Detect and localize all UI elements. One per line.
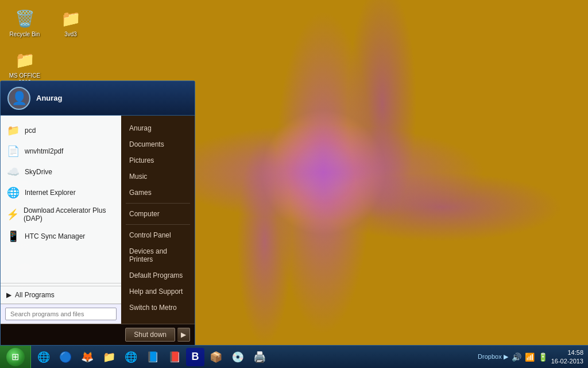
- default-programs-label: Default Programs: [129, 271, 183, 279]
- pinned-item-skydrive[interactable]: ☁️ SkyDrive: [1, 162, 121, 182]
- taskbar-chrome[interactable]: 🔵: [55, 347, 76, 367]
- pinned-item-dap[interactable]: ⚡ Download Accelerator Plus (DAP): [1, 203, 121, 226]
- taskbar-sys-icon-battery: 🔋: [538, 352, 548, 362]
- all-programs-label: All Programs: [15, 291, 55, 299]
- devices-label: Devices and Printers: [129, 247, 187, 263]
- start-menu-left-panel: 📁 pcd 📄 wnvhtml2pdf ☁️ SkyDrive 🌐 Intern…: [1, 116, 121, 324]
- music-label: Music: [129, 172, 147, 181]
- start-menu-footer: Shut down ▶: [1, 324, 195, 345]
- help-support-label: Help and Support: [129, 288, 183, 296]
- control-panel-label: Control Panel: [129, 231, 171, 239]
- wnvhtml-icon: 📄: [6, 144, 20, 158]
- pinned-item-htc[interactable]: 📱 HTC Sync Manager: [1, 226, 121, 247]
- search-input[interactable]: [5, 308, 117, 320]
- taskbar-app-box[interactable]: 📦: [206, 347, 226, 367]
- all-programs-button[interactable]: ▶ All Programs: [1, 286, 121, 304]
- start-menu-right-panel: Anurag Documents Pictures Music Games Co…: [121, 116, 195, 324]
- shutdown-button[interactable]: Shut down: [125, 328, 175, 342]
- start-menu-header: 👤 Anurag: [1, 81, 195, 116]
- htc-label: HTC Sync Manager: [25, 232, 85, 240]
- documents-label: Documents: [129, 140, 164, 148]
- taskbar-word[interactable]: 📘: [142, 347, 163, 367]
- taskbar-clock: 14:58 16-02-2013: [551, 348, 583, 365]
- desktop-icon-3vd3[interactable]: 📁 3vd3: [51, 5, 91, 40]
- taskbar-dropbox-label: Dropbox ▶: [478, 353, 508, 361]
- switch-metro-label: Switch to Metro: [129, 304, 177, 312]
- right-divider-1: [126, 203, 190, 204]
- taskbar-network[interactable]: 🌐: [121, 347, 141, 367]
- right-item-games[interactable]: Games: [121, 185, 195, 201]
- all-programs-arrow-icon: ▶: [6, 291, 11, 299]
- right-item-switch-metro[interactable]: Switch to Metro: [121, 300, 195, 316]
- right-item-documents[interactable]: Documents: [121, 136, 195, 152]
- taskbar-sys-icon-speaker: 🔊: [512, 352, 521, 362]
- skydrive-label: SkyDrive: [25, 168, 52, 176]
- ie-icon: 🌐: [6, 186, 20, 200]
- start-menu: 👤 Anurag 📁 pcd 📄 wnvhtml2pdf ☁️ SkyDrive: [0, 80, 195, 345]
- shutdown-arrow-button[interactable]: ▶: [177, 328, 190, 342]
- ie-label: Internet Explorer: [25, 189, 76, 197]
- computer-label: Computer: [129, 210, 160, 218]
- search-box: [1, 304, 121, 324]
- taskbar-ie[interactable]: 🌐: [33, 347, 54, 367]
- recycle-bin-icon: 🗑️: [13, 7, 36, 30]
- dap-label: Download Accelerator Plus (DAP): [24, 206, 115, 223]
- 3vd3-icon: 📁: [59, 7, 82, 30]
- right-user-label: Anurag: [129, 124, 152, 132]
- right-item-help-support[interactable]: Help and Support: [121, 283, 195, 300]
- wnvhtml-label: wnvhtml2pdf: [25, 147, 63, 155]
- taskbar-date: 16-02-2013: [551, 357, 583, 365]
- taskbar-app-print[interactable]: 🖨️: [249, 347, 270, 367]
- dap-icon: ⚡: [6, 208, 19, 221]
- right-item-default-programs[interactable]: Default Programs: [121, 267, 195, 283]
- htc-icon: 📱: [6, 229, 20, 243]
- desktop-icon-recycle-bin[interactable]: 🗑️ Recycle Bin: [5, 5, 45, 40]
- user-name-display: Anurag: [36, 94, 63, 102]
- taskbar-ppt[interactable]: 📕: [164, 347, 185, 367]
- windows-icon: ⊞: [11, 351, 19, 362]
- right-item-control-panel[interactable]: Control Panel: [121, 227, 195, 243]
- taskbar-app-b[interactable]: B: [186, 348, 204, 366]
- taskbar-app-disc[interactable]: 💿: [227, 347, 248, 367]
- ms-office-icon: 📁: [13, 48, 36, 71]
- taskbar-firefox[interactable]: 🦊: [77, 347, 98, 367]
- pictures-label: Pictures: [129, 156, 154, 164]
- right-item-music[interactable]: Music: [121, 168, 195, 185]
- recycle-bin-label: Recycle Bin: [10, 31, 40, 38]
- pinned-item-ie[interactable]: 🌐 Internet Explorer: [1, 182, 121, 203]
- start-orb: ⊞: [6, 348, 25, 366]
- left-panel-divider: [1, 283, 121, 283]
- right-item-computer[interactable]: Computer: [121, 206, 195, 222]
- pcd-icon: 📁: [6, 124, 20, 137]
- start-menu-body: 📁 pcd 📄 wnvhtml2pdf ☁️ SkyDrive 🌐 Intern…: [1, 116, 195, 324]
- pinned-item-wnvhtml[interactable]: 📄 wnvhtml2pdf: [1, 141, 121, 162]
- right-divider-2: [126, 224, 190, 225]
- taskbar-right: Dropbox ▶ 🔊 📶 🔋 14:58 16-02-2013: [473, 346, 588, 368]
- pinned-apps-list: 📁 pcd 📄 wnvhtml2pdf ☁️ SkyDrive 🌐 Intern…: [1, 116, 121, 281]
- taskbar-time: 14:58: [551, 348, 583, 356]
- right-item-user[interactable]: Anurag: [121, 120, 195, 136]
- skydrive-icon: ☁️: [6, 165, 20, 179]
- taskbar: ⊞ 🌐 🔵 🦊 📁 🌐 📘 📕 B 📦 💿 🖨️ Dropbox ▶ 🔊 📶 🔋…: [0, 345, 588, 368]
- taskbar-sys-icon-network: 📶: [525, 352, 535, 362]
- games-label: Games: [129, 189, 152, 197]
- pinned-item-pcd[interactable]: 📁 pcd: [1, 120, 121, 141]
- start-button[interactable]: ⊞: [0, 346, 31, 369]
- right-item-pictures[interactable]: Pictures: [121, 152, 195, 168]
- taskbar-folder[interactable]: 📁: [99, 347, 119, 367]
- user-avatar: 👤: [7, 87, 30, 110]
- pcd-label: pcd: [25, 126, 36, 135]
- 3vd3-label: 3vd3: [64, 31, 77, 38]
- right-item-devices[interactable]: Devices and Printers: [121, 243, 195, 267]
- taskbar-apps: 🌐 🔵 🦊 📁 🌐 📘 📕 B 📦 💿 🖨️: [31, 346, 473, 368]
